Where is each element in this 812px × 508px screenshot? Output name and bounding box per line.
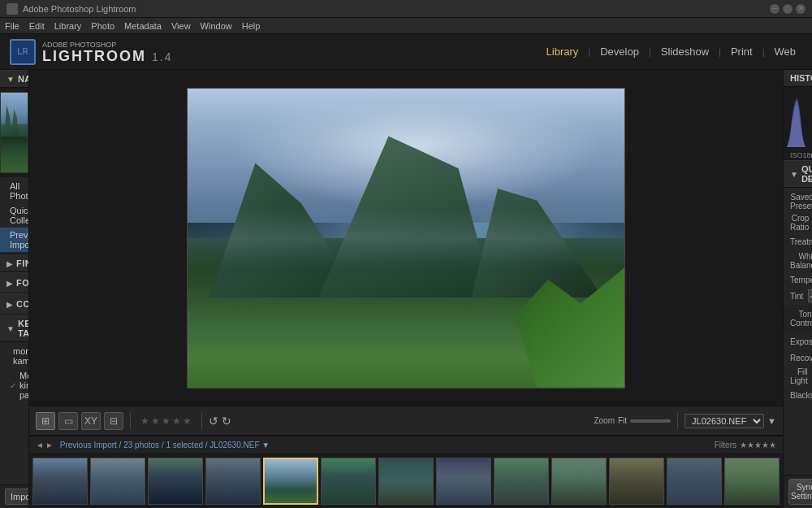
filter-label: Filters	[715, 441, 736, 449]
star-4[interactable]: ★	[172, 415, 181, 427]
toolbar-left: ⊞ ▭ XY ⊟ ★ ★ ★ ★ ★ ↺ ↻	[36, 412, 231, 430]
saved-preset-row: Saved Preset Custom ▼	[784, 191, 812, 212]
maximize-button[interactable]: □	[783, 4, 793, 14]
star-1[interactable]: ★	[140, 415, 149, 427]
histogram-title: Histogram	[790, 73, 812, 83]
sync-area: Sync Settings Sync Metadata	[784, 475, 812, 508]
zoom-label: Zoom	[594, 416, 615, 425]
fill-light-label: Fill Light	[790, 367, 808, 385]
menu-window[interactable]: Window	[201, 21, 232, 31]
keyword-mountain[interactable]: ✓ Mountain kinabalu park 23	[0, 368, 28, 402]
filmstrip-next[interactable]: ►	[45, 441, 54, 449]
filmstrip-thumb-selected[interactable]	[263, 458, 318, 505]
filename-dropdown-arrow[interactable]: ▼	[767, 416, 776, 426]
saved-preset-label: Saved Preset	[790, 193, 812, 211]
compare-view-button[interactable]: XY	[81, 412, 101, 430]
filmstrip-thumb-5[interactable]	[321, 458, 376, 505]
navigator-header[interactable]: ▼ Navigator FIT FILL 1:1 1:4	[0, 70, 28, 88]
menu-photo[interactable]: Photo	[91, 21, 114, 31]
catalog-quick-collection[interactable]: Quick Collection 0	[0, 203, 28, 228]
filmstrip: ◄ ► Previous Import / 23 photos / 1 sele…	[29, 435, 783, 508]
filmstrip-prev[interactable]: ◄	[36, 441, 44, 449]
menu-view[interactable]: View	[171, 21, 191, 31]
toolbar-sep-2	[201, 413, 202, 429]
blacks-row: Blacks ◀◀ ◀ ▶ ▶▶	[784, 387, 812, 403]
keyword-tags-header[interactable]: ▼ Keyword Tags +	[0, 315, 28, 342]
filename-select[interactable]: JL02630.NEF	[685, 414, 764, 428]
catalog-all-photographs[interactable]: All Photographs 273	[0, 179, 28, 203]
rotate-right-button[interactable]: ↻	[222, 415, 231, 428]
menu-help[interactable]: Help	[242, 21, 261, 31]
quick-collection-label: Quick Collection	[10, 206, 29, 225]
zoom-slider[interactable]	[630, 419, 671, 423]
module-print[interactable]: Print	[724, 46, 759, 58]
quick-develop-content: Saved Preset Custom ▼ Crop Ratio Origina…	[784, 188, 812, 406]
star-2[interactable]: ★	[151, 415, 160, 427]
center-area: ⊞ ▭ XY ⊟ ★ ★ ★ ★ ★ ↺ ↻	[29, 70, 783, 508]
filmstrip-thumb-11[interactable]	[667, 458, 722, 505]
logo-text: ADOBE PHOTOSHOP LIGHTROOM 1.4	[42, 41, 172, 63]
tone-control-row: Tone Control Auto Tone ▼	[784, 306, 812, 332]
catalog-previous-import[interactable]: Previous Import 23	[0, 228, 28, 252]
qd-collapse-arrow: ▼	[790, 170, 798, 179]
folders-header[interactable]: ▶ Folders +	[0, 272, 28, 293]
close-button[interactable]: ✕	[796, 4, 806, 14]
focal-length: 18mm	[803, 151, 812, 160]
loupe-view-button[interactable]: ▭	[58, 412, 78, 430]
filmstrip-filename[interactable]: JL02630.NEF ▼	[209, 441, 270, 449]
filmstrip-thumb-2[interactable]	[90, 458, 145, 505]
window-controls: ─ □ ✕	[770, 4, 806, 14]
histogram-header[interactable]: Histogram ▼	[784, 70, 812, 87]
treatment-label: Treatment	[790, 237, 812, 246]
module-slideshow[interactable]: Slideshow	[654, 46, 715, 58]
star-5[interactable]: ★	[183, 415, 192, 427]
navigator-collapse-arrow: ▼	[6, 75, 15, 84]
zoom-value: Fit	[618, 416, 627, 425]
tint-control: ◀◀ ◀ ▶ ▶▶	[808, 289, 812, 302]
menu-metadata[interactable]: Metadata	[124, 21, 162, 31]
star-3[interactable]: ★	[162, 415, 171, 427]
toolbar-right: Zoom Fit JL02630.NEF ▼	[594, 413, 776, 429]
main-image-area	[29, 70, 783, 406]
qd-title: Quick Develop	[801, 164, 812, 184]
filmstrip-thumb-10[interactable]	[609, 458, 664, 505]
tint-label: Tint	[790, 292, 803, 301]
recovery-row: Recovery ◀◀ ◀ ▶ ▶▶	[784, 350, 812, 366]
exposure-label: Exposure	[790, 337, 812, 346]
find-header[interactable]: ▶ Find	[0, 254, 28, 272]
filmstrip-thumb-9[interactable]	[551, 458, 607, 505]
blacks-label: Blacks	[790, 391, 812, 400]
tint-dec-large[interactable]: ◀◀	[808, 289, 812, 302]
module-develop[interactable]: Develop	[594, 46, 646, 58]
filmstrip-thumb-12[interactable]	[724, 458, 780, 505]
filmstrip-thumb-1[interactable]	[32, 458, 88, 505]
import-button[interactable]: Import...	[5, 488, 29, 505]
tint-arrows: ◀◀ ◀ ▶ ▶▶	[808, 289, 812, 302]
sync-settings-button[interactable]: Sync Settings	[788, 479, 812, 505]
minimize-button[interactable]: ─	[770, 4, 780, 14]
rotate-left-button[interactable]: ↺	[209, 415, 218, 428]
collections-arrow: ▶	[6, 300, 13, 309]
module-library[interactable]: Library	[540, 46, 585, 58]
menu-library[interactable]: Library	[54, 21, 82, 31]
find-arrow: ▶	[6, 259, 13, 268]
keyword-monguwow[interactable]: monguwow kampung 249	[0, 344, 28, 368]
module-web[interactable]: Web	[768, 46, 803, 58]
all-photographs-label: All Photographs	[10, 181, 29, 201]
histogram-area: ISO 100 18mm f/18 1/200 sec	[784, 87, 812, 160]
quick-develop-header[interactable]: ▼ Quick Develop ◀	[784, 160, 812, 188]
filmstrip-thumb-8[interactable]	[494, 458, 549, 505]
filmstrip-thumb-3[interactable]	[148, 458, 203, 505]
survey-view-button[interactable]: ⊟	[104, 412, 123, 430]
filmstrip-thumb-6[interactable]	[378, 458, 434, 505]
navigator-preview-image	[0, 92, 28, 173]
grid-view-button[interactable]: ⊞	[36, 412, 55, 430]
menu-edit[interactable]: Edit	[29, 21, 45, 31]
menu-file[interactable]: File	[5, 21, 19, 31]
right-panel: Histogram ▼ ISO 100 18mm f/18 1/200 sec	[783, 70, 812, 508]
filmstrip-thumb-7[interactable]	[436, 458, 491, 505]
fill-light-row: Fill Light ◀◀ ◀ ▶ ▶▶	[784, 366, 812, 387]
filmstrip-path-link[interactable]: Previous Import / 23 photos / 1 selected…	[60, 441, 210, 449]
collections-header[interactable]: ▶ Collections +	[0, 293, 28, 315]
filmstrip-thumb-4[interactable]	[205, 458, 261, 505]
